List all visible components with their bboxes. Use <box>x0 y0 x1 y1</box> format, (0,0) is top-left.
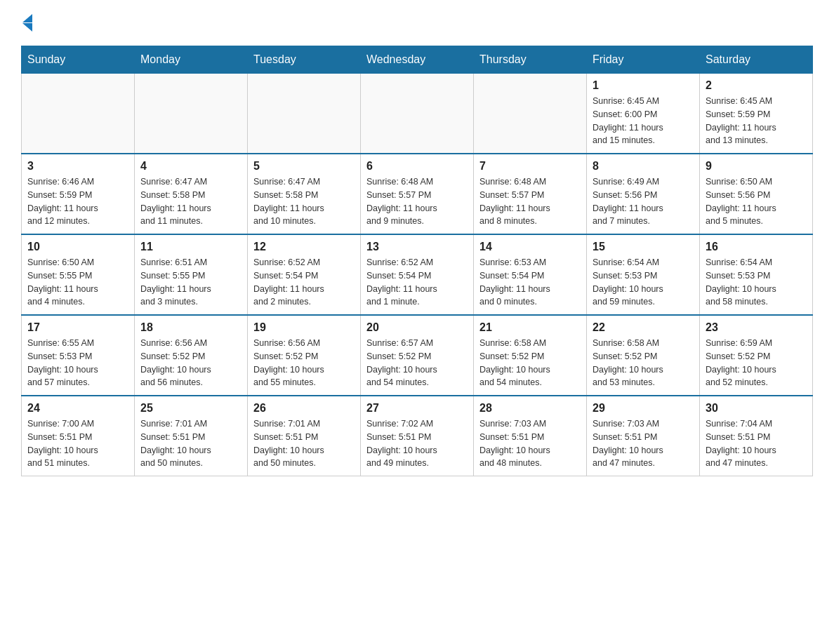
day-number: 2 <box>706 79 807 92</box>
day-number: 12 <box>253 241 355 253</box>
calendar-cell: 29Sunrise: 7:03 AM Sunset: 5:51 PM Dayli… <box>587 396 700 476</box>
day-number: 21 <box>479 321 581 334</box>
day-number: 1 <box>593 79 694 92</box>
calendar-cell: 22Sunrise: 6:58 AM Sunset: 5:52 PM Dayli… <box>587 315 700 396</box>
day-number: 14 <box>479 241 581 253</box>
day-info: Sunrise: 6:57 AM Sunset: 5:52 PM Dayligh… <box>366 337 468 389</box>
day-info: Sunrise: 6:54 AM Sunset: 5:53 PM Dayligh… <box>593 256 694 309</box>
calendar-cell: 19Sunrise: 6:56 AM Sunset: 5:52 PM Dayli… <box>248 315 361 396</box>
calendar-cell: 17Sunrise: 6:55 AM Sunset: 5:53 PM Dayli… <box>22 315 135 396</box>
day-number: 9 <box>706 160 807 173</box>
week-row-4: 17Sunrise: 6:55 AM Sunset: 5:53 PM Dayli… <box>22 315 813 396</box>
calendar-cell: 21Sunrise: 6:58 AM Sunset: 5:52 PM Dayli… <box>474 315 587 396</box>
calendar-cell: 20Sunrise: 6:57 AM Sunset: 5:52 PM Dayli… <box>361 315 474 396</box>
weekday-header-friday: Friday <box>587 46 700 74</box>
day-number: 20 <box>366 321 468 334</box>
weekday-header-wednesday: Wednesday <box>361 46 474 74</box>
calendar-cell: 23Sunrise: 6:59 AM Sunset: 5:52 PM Dayli… <box>700 315 813 396</box>
day-info: Sunrise: 6:52 AM Sunset: 5:54 PM Dayligh… <box>366 256 468 309</box>
week-row-1: 1Sunrise: 6:45 AM Sunset: 6:00 PM Daylig… <box>22 74 813 154</box>
week-row-2: 3Sunrise: 6:46 AM Sunset: 5:59 PM Daylig… <box>22 154 813 234</box>
day-info: Sunrise: 6:45 AM Sunset: 6:00 PM Dayligh… <box>593 95 694 147</box>
day-number: 3 <box>27 160 128 173</box>
day-number: 22 <box>593 321 694 334</box>
calendar-cell: 16Sunrise: 6:54 AM Sunset: 5:53 PM Dayli… <box>700 234 813 315</box>
week-row-3: 10Sunrise: 6:50 AM Sunset: 5:55 PM Dayli… <box>22 234 813 315</box>
day-info: Sunrise: 6:47 AM Sunset: 5:58 PM Dayligh… <box>140 175 241 228</box>
day-number: 4 <box>140 160 241 173</box>
calendar-cell: 14Sunrise: 6:53 AM Sunset: 5:54 PM Dayli… <box>474 234 587 315</box>
day-info: Sunrise: 6:56 AM Sunset: 5:52 PM Dayligh… <box>253 337 355 389</box>
day-info: Sunrise: 6:50 AM Sunset: 5:55 PM Dayligh… <box>27 256 128 309</box>
calendar-cell <box>248 74 361 154</box>
weekday-header-sunday: Sunday <box>22 46 135 74</box>
day-number: 18 <box>140 321 241 334</box>
calendar-cell: 3Sunrise: 6:46 AM Sunset: 5:59 PM Daylig… <box>22 154 135 234</box>
weekday-header-monday: Monday <box>135 46 248 74</box>
day-number: 24 <box>27 402 128 415</box>
calendar-cell: 8Sunrise: 6:49 AM Sunset: 5:56 PM Daylig… <box>587 154 700 234</box>
calendar-cell: 27Sunrise: 7:02 AM Sunset: 5:51 PM Dayli… <box>361 396 474 476</box>
day-number: 16 <box>706 241 807 253</box>
day-number: 11 <box>140 241 241 253</box>
day-info: Sunrise: 6:48 AM Sunset: 5:57 PM Dayligh… <box>366 175 468 228</box>
day-number: 6 <box>366 160 468 173</box>
week-row-5: 24Sunrise: 7:00 AM Sunset: 5:51 PM Dayli… <box>22 396 813 476</box>
day-number: 10 <box>27 241 128 253</box>
day-number: 23 <box>706 321 807 334</box>
weekday-header-saturday: Saturday <box>700 46 813 74</box>
calendar-cell: 30Sunrise: 7:04 AM Sunset: 5:51 PM Dayli… <box>700 396 813 476</box>
day-info: Sunrise: 6:46 AM Sunset: 5:59 PM Dayligh… <box>27 175 128 228</box>
calendar-cell: 2Sunrise: 6:45 AM Sunset: 5:59 PM Daylig… <box>700 74 813 154</box>
day-info: Sunrise: 6:49 AM Sunset: 5:56 PM Dayligh… <box>593 175 694 228</box>
day-info: Sunrise: 7:01 AM Sunset: 5:51 PM Dayligh… <box>253 417 355 470</box>
day-number: 13 <box>366 241 468 253</box>
day-number: 28 <box>479 402 581 415</box>
calendar-cell: 26Sunrise: 7:01 AM Sunset: 5:51 PM Dayli… <box>248 396 361 476</box>
day-number: 8 <box>593 160 694 173</box>
day-info: Sunrise: 7:04 AM Sunset: 5:51 PM Dayligh… <box>706 417 807 470</box>
calendar-cell <box>135 74 248 154</box>
day-info: Sunrise: 6:59 AM Sunset: 5:52 PM Dayligh… <box>706 337 807 389</box>
day-info: Sunrise: 6:51 AM Sunset: 5:55 PM Dayligh… <box>140 256 241 309</box>
day-number: 19 <box>253 321 355 334</box>
day-info: Sunrise: 6:58 AM Sunset: 5:52 PM Dayligh… <box>479 337 581 389</box>
logo <box>21 14 32 32</box>
day-number: 7 <box>479 160 581 173</box>
day-number: 5 <box>253 160 355 173</box>
day-info: Sunrise: 7:03 AM Sunset: 5:51 PM Dayligh… <box>479 417 581 470</box>
day-info: Sunrise: 6:48 AM Sunset: 5:57 PM Dayligh… <box>479 175 581 228</box>
day-info: Sunrise: 7:02 AM Sunset: 5:51 PM Dayligh… <box>366 417 468 470</box>
calendar-cell <box>22 74 135 154</box>
weekday-header-thursday: Thursday <box>474 46 587 74</box>
calendar-cell: 15Sunrise: 6:54 AM Sunset: 5:53 PM Dayli… <box>587 234 700 315</box>
calendar-cell <box>361 74 474 154</box>
calendar-cell: 18Sunrise: 6:56 AM Sunset: 5:52 PM Dayli… <box>135 315 248 396</box>
day-info: Sunrise: 6:53 AM Sunset: 5:54 PM Dayligh… <box>479 256 581 309</box>
calendar-cell <box>474 74 587 154</box>
calendar-cell: 11Sunrise: 6:51 AM Sunset: 5:55 PM Dayli… <box>135 234 248 315</box>
day-info: Sunrise: 6:47 AM Sunset: 5:58 PM Dayligh… <box>253 175 355 228</box>
calendar-cell: 1Sunrise: 6:45 AM Sunset: 6:00 PM Daylig… <box>587 74 700 154</box>
header <box>21 14 813 32</box>
calendar-cell: 24Sunrise: 7:00 AM Sunset: 5:51 PM Dayli… <box>22 396 135 476</box>
day-info: Sunrise: 6:54 AM Sunset: 5:53 PM Dayligh… <box>706 256 807 309</box>
day-info: Sunrise: 6:52 AM Sunset: 5:54 PM Dayligh… <box>253 256 355 309</box>
day-info: Sunrise: 6:56 AM Sunset: 5:52 PM Dayligh… <box>140 337 241 389</box>
calendar-cell: 9Sunrise: 6:50 AM Sunset: 5:56 PM Daylig… <box>700 154 813 234</box>
calendar-table: SundayMondayTuesdayWednesdayThursdayFrid… <box>21 46 813 476</box>
calendar-cell: 7Sunrise: 6:48 AM Sunset: 5:57 PM Daylig… <box>474 154 587 234</box>
day-info: Sunrise: 7:03 AM Sunset: 5:51 PM Dayligh… <box>593 417 694 470</box>
calendar-cell: 13Sunrise: 6:52 AM Sunset: 5:54 PM Dayli… <box>361 234 474 315</box>
day-info: Sunrise: 6:50 AM Sunset: 5:56 PM Dayligh… <box>706 175 807 228</box>
day-number: 29 <box>593 402 694 415</box>
day-number: 17 <box>27 321 128 334</box>
day-number: 26 <box>253 402 355 415</box>
calendar-cell: 25Sunrise: 7:01 AM Sunset: 5:51 PM Dayli… <box>135 396 248 476</box>
day-info: Sunrise: 6:58 AM Sunset: 5:52 PM Dayligh… <box>593 337 694 389</box>
day-number: 30 <box>706 402 807 415</box>
calendar-cell: 28Sunrise: 7:03 AM Sunset: 5:51 PM Dayli… <box>474 396 587 476</box>
day-number: 15 <box>593 241 694 253</box>
day-number: 25 <box>140 402 241 415</box>
calendar-cell: 12Sunrise: 6:52 AM Sunset: 5:54 PM Dayli… <box>248 234 361 315</box>
